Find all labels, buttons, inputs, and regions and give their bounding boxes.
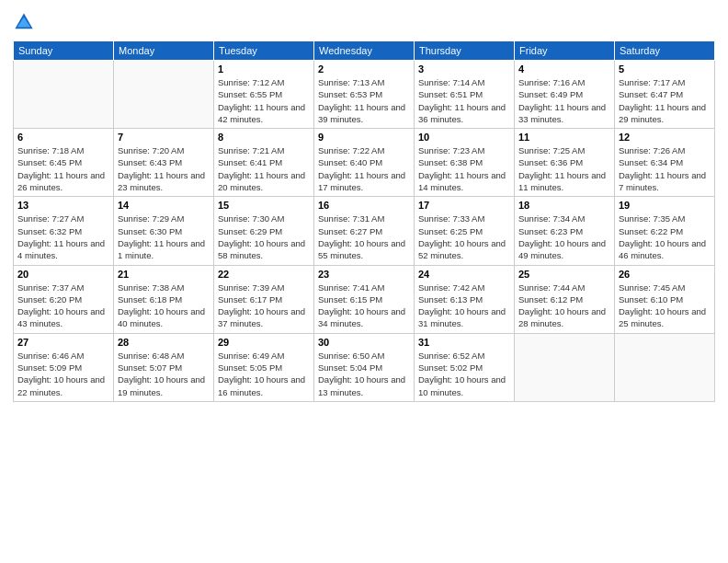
day-detail: Sunrise: 7:34 AM Sunset: 6:23 PM Dayligh… [518,213,610,261]
calendar-day-cell: 15Sunrise: 7:30 AM Sunset: 6:29 PM Dayli… [214,197,314,265]
calendar-day-cell: 14Sunrise: 7:29 AM Sunset: 6:30 PM Dayli… [114,197,214,265]
day-number: 29 [218,337,310,348]
day-detail: Sunrise: 7:39 AM Sunset: 6:17 PM Dayligh… [218,282,310,330]
day-number: 18 [518,200,610,211]
day-detail: Sunrise: 6:50 AM Sunset: 5:04 PM Dayligh… [318,350,410,398]
day-detail: Sunrise: 7:23 AM Sunset: 6:38 PM Dayligh… [418,144,510,193]
day-detail: Sunrise: 7:25 AM Sunset: 6:36 PM Dayligh… [518,144,610,193]
calendar-week-row: 6Sunrise: 7:18 AM Sunset: 6:45 PM Daylig… [14,129,715,197]
day-number: 15 [218,200,310,211]
calendar-day-cell: 27Sunrise: 6:46 AM Sunset: 5:09 PM Dayli… [14,333,114,401]
calendar-day-cell: 11Sunrise: 7:25 AM Sunset: 6:36 PM Dayli… [515,129,615,197]
day-detail: Sunrise: 7:35 AM Sunset: 6:22 PM Dayligh… [619,213,711,261]
day-number: 6 [17,132,109,143]
calendar-body: 1Sunrise: 7:12 AM Sunset: 6:55 PM Daylig… [14,61,715,402]
logo [13,11,39,33]
day-number: 2 [318,63,410,75]
calendar-day-cell: 6Sunrise: 7:18 AM Sunset: 6:45 PM Daylig… [14,129,114,197]
weekday-header: Tuesday [214,41,314,61]
calendar-day-cell: 8Sunrise: 7:21 AM Sunset: 6:41 PM Daylig… [214,129,314,197]
calendar-day-cell: 20Sunrise: 7:37 AM Sunset: 6:20 PM Dayli… [14,265,114,333]
calendar-day-cell: 18Sunrise: 7:34 AM Sunset: 6:23 PM Dayli… [515,197,615,265]
day-number: 31 [418,337,510,348]
day-number: 7 [118,132,210,143]
day-detail: Sunrise: 7:21 AM Sunset: 6:41 PM Dayligh… [218,144,310,193]
calendar-day-cell [14,61,114,129]
day-detail: Sunrise: 7:30 AM Sunset: 6:29 PM Dayligh… [218,213,310,261]
day-detail: Sunrise: 6:48 AM Sunset: 5:07 PM Dayligh… [118,350,210,398]
day-number: 5 [619,63,711,75]
calendar-day-cell: 21Sunrise: 7:38 AM Sunset: 6:18 PM Dayli… [114,265,214,333]
day-detail: Sunrise: 7:37 AM Sunset: 6:20 PM Dayligh… [17,282,109,330]
calendar-day-cell: 19Sunrise: 7:35 AM Sunset: 6:22 PM Dayli… [615,197,715,265]
calendar-week-row: 13Sunrise: 7:27 AM Sunset: 6:32 PM Dayli… [14,197,715,265]
calendar-day-cell: 23Sunrise: 7:41 AM Sunset: 6:15 PM Dayli… [314,265,415,333]
day-detail: Sunrise: 7:22 AM Sunset: 6:40 PM Dayligh… [318,144,410,193]
day-detail: Sunrise: 7:26 AM Sunset: 6:34 PM Dayligh… [619,144,711,193]
calendar-day-cell: 17Sunrise: 7:33 AM Sunset: 6:25 PM Dayli… [415,197,515,265]
day-number: 1 [218,63,310,75]
calendar-day-cell: 7Sunrise: 7:20 AM Sunset: 6:43 PM Daylig… [114,129,214,197]
calendar-day-cell: 30Sunrise: 6:50 AM Sunset: 5:04 PM Dayli… [314,333,415,401]
day-number: 17 [418,200,510,211]
day-detail: Sunrise: 7:31 AM Sunset: 6:27 PM Dayligh… [318,213,410,261]
day-detail: Sunrise: 6:52 AM Sunset: 5:02 PM Dayligh… [418,350,510,398]
calendar-day-cell: 4Sunrise: 7:16 AM Sunset: 6:49 PM Daylig… [515,61,615,129]
day-detail: Sunrise: 7:13 AM Sunset: 6:53 PM Dayligh… [318,76,410,125]
day-number: 12 [619,132,711,143]
calendar-day-cell: 10Sunrise: 7:23 AM Sunset: 6:38 PM Dayli… [415,129,515,197]
day-number: 27 [17,337,109,348]
calendar-day-cell: 25Sunrise: 7:44 AM Sunset: 6:12 PM Dayli… [515,265,615,333]
calendar-day-cell: 3Sunrise: 7:14 AM Sunset: 6:51 PM Daylig… [415,61,515,129]
day-detail: Sunrise: 7:45 AM Sunset: 6:10 PM Dayligh… [619,282,711,330]
calendar-day-cell: 9Sunrise: 7:22 AM Sunset: 6:40 PM Daylig… [314,129,415,197]
day-number: 9 [318,132,410,143]
day-number: 4 [518,63,610,75]
weekday-header: Wednesday [314,41,415,61]
day-number: 10 [418,132,510,143]
day-detail: Sunrise: 7:16 AM Sunset: 6:49 PM Dayligh… [518,76,610,125]
day-number: 23 [318,269,410,280]
day-number: 26 [619,269,711,280]
day-detail: Sunrise: 7:14 AM Sunset: 6:51 PM Dayligh… [418,76,510,125]
page: SundayMondayTuesdayWednesdayThursdayFrid… [0,0,728,563]
day-number: 14 [118,200,210,211]
calendar-day-cell: 29Sunrise: 6:49 AM Sunset: 5:05 PM Dayli… [214,333,314,401]
day-detail: Sunrise: 7:29 AM Sunset: 6:30 PM Dayligh… [118,213,210,261]
logo-icon [13,11,35,33]
day-number: 21 [118,269,210,280]
day-number: 24 [418,269,510,280]
day-detail: Sunrise: 7:38 AM Sunset: 6:18 PM Dayligh… [118,282,210,330]
weekday-header: Saturday [615,41,715,61]
calendar-day-cell: 13Sunrise: 7:27 AM Sunset: 6:32 PM Dayli… [14,197,114,265]
calendar-table: SundayMondayTuesdayWednesdayThursdayFrid… [13,40,715,402]
day-number: 20 [17,269,109,280]
day-detail: Sunrise: 7:20 AM Sunset: 6:43 PM Dayligh… [118,144,210,193]
day-number: 8 [218,132,310,143]
calendar-week-row: 1Sunrise: 7:12 AM Sunset: 6:55 PM Daylig… [14,61,715,129]
calendar-week-row: 27Sunrise: 6:46 AM Sunset: 5:09 PM Dayli… [14,333,715,401]
calendar-day-cell: 2Sunrise: 7:13 AM Sunset: 6:53 PM Daylig… [314,61,415,129]
day-number: 25 [518,269,610,280]
day-detail: Sunrise: 7:27 AM Sunset: 6:32 PM Dayligh… [17,213,109,261]
day-detail: Sunrise: 7:17 AM Sunset: 6:47 PM Dayligh… [619,76,711,125]
weekday-header: Sunday [14,41,114,61]
day-detail: Sunrise: 7:12 AM Sunset: 6:55 PM Dayligh… [218,76,310,125]
day-number: 28 [118,337,210,348]
calendar-week-row: 20Sunrise: 7:37 AM Sunset: 6:20 PM Dayli… [14,265,715,333]
calendar-day-cell: 5Sunrise: 7:17 AM Sunset: 6:47 PM Daylig… [615,61,715,129]
calendar-day-cell: 31Sunrise: 6:52 AM Sunset: 5:02 PM Dayli… [415,333,515,401]
day-number: 22 [218,269,310,280]
calendar-day-cell: 1Sunrise: 7:12 AM Sunset: 6:55 PM Daylig… [214,61,314,129]
calendar-day-cell [114,61,214,129]
weekday-header: Monday [114,41,214,61]
day-detail: Sunrise: 6:49 AM Sunset: 5:05 PM Dayligh… [218,350,310,398]
day-number: 16 [318,200,410,211]
calendar-day-cell: 16Sunrise: 7:31 AM Sunset: 6:27 PM Dayli… [314,197,415,265]
calendar-day-cell [615,333,715,401]
day-number: 30 [318,337,410,348]
day-detail: Sunrise: 7:41 AM Sunset: 6:15 PM Dayligh… [318,282,410,330]
day-detail: Sunrise: 7:18 AM Sunset: 6:45 PM Dayligh… [17,144,109,193]
day-detail: Sunrise: 7:33 AM Sunset: 6:25 PM Dayligh… [418,213,510,261]
weekday-header: Friday [515,41,615,61]
